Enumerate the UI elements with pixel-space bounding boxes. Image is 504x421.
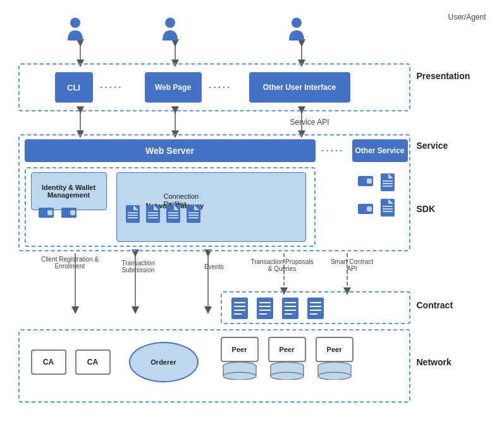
identity-wallet-label: Identity & WalletManagement [42, 184, 95, 199]
doc-icon-3 [165, 204, 181, 224]
other-wallet-icon-2 [357, 200, 374, 218]
service-api-label: Service API [290, 118, 329, 127]
svg-rect-47 [381, 199, 395, 217]
other-service-sdk-icons [357, 172, 407, 218]
transaction-proposals-label: Transaction Proposals & Queries [249, 258, 316, 272]
svg-point-76 [223, 372, 256, 380]
wallet-icon-1 [37, 204, 55, 222]
svg-rect-40 [381, 173, 395, 191]
svg-rect-57 [257, 298, 273, 319]
doc-icon-2 [145, 204, 161, 224]
cli-box: CLI [55, 72, 93, 103]
svg-rect-39 [367, 179, 372, 184]
other-ui-box: Other User Interface [249, 72, 350, 103]
chaincode-icon-1 [230, 296, 249, 320]
svg-rect-33 [187, 205, 200, 223]
user-icon-1 [65, 16, 85, 44]
svg-rect-67 [307, 298, 324, 319]
contract-icons [230, 296, 325, 320]
peer-1-group: Peer [221, 337, 259, 382]
client-registration-label: Client Registration & Enrollment [39, 256, 102, 270]
peer-3-group: Peer [316, 337, 353, 382]
service-label: Service [417, 141, 448, 151]
peer-box-3: Peer [316, 337, 353, 362]
presentation-label: Presentation [417, 71, 470, 81]
svg-rect-17 [70, 210, 75, 215]
svg-rect-52 [231, 298, 248, 319]
svg-rect-23 [146, 205, 160, 223]
svg-point-13 [292, 18, 302, 28]
diagram-container: User/Agent Presentation CLI · · · · · We… [12, 8, 493, 413]
sdk-label: SDK [417, 204, 436, 214]
web-server-box: Web Server [25, 139, 316, 162]
user-icon-2 [160, 16, 180, 44]
user-agent-label: User/Agent [448, 13, 486, 22]
orderer-shape: Orderer [129, 342, 199, 382]
other-wallet-icon [357, 172, 374, 190]
gateway-doc-icons [125, 204, 202, 224]
db-cylinder-1 [221, 362, 259, 380]
peer-2-group: Peer [268, 337, 306, 382]
other-doc-icon [379, 172, 396, 192]
user-icon-3 [286, 16, 307, 44]
doc-icon-4 [185, 204, 202, 224]
db-cylinder-2 [268, 362, 306, 380]
peer-box-1: Peer [221, 337, 259, 362]
dots-3: · · · · · [322, 146, 343, 155]
ca-box-1: CA [31, 349, 66, 375]
ca-box-2: CA [75, 349, 111, 375]
transaction-submission-label: Transaction Submission [110, 260, 167, 273]
doc-icon-1 [125, 204, 141, 224]
svg-rect-46 [367, 206, 372, 211]
svg-rect-15 [47, 210, 52, 215]
chaincode-icon-2 [255, 296, 274, 320]
events-label: Events [195, 263, 233, 270]
other-doc-icon-2 [379, 198, 396, 218]
wallet-icons [37, 204, 78, 222]
dots-1: · · · · · [101, 82, 121, 92]
svg-point-11 [70, 18, 80, 28]
chaincode-icon-3 [281, 296, 300, 320]
other-service-box: Other Service [352, 139, 408, 162]
wallet-icon-2 [60, 204, 78, 222]
contract-label: Contract [417, 300, 453, 310]
svg-point-12 [165, 18, 175, 28]
db-cylinder-3 [316, 362, 353, 380]
svg-point-81 [271, 372, 304, 380]
svg-rect-18 [126, 205, 140, 223]
svg-rect-62 [282, 298, 298, 319]
dots-2: · · · · · [209, 82, 230, 92]
webpage-box: Web Page [145, 72, 202, 103]
svg-point-86 [318, 372, 351, 380]
svg-rect-28 [166, 205, 180, 223]
chaincode-icon-4 [306, 296, 325, 320]
peer-box-2: Peer [268, 337, 306, 362]
network-label: Network [417, 357, 452, 367]
smart-contract-api-label: Smart Contract API [327, 258, 378, 272]
